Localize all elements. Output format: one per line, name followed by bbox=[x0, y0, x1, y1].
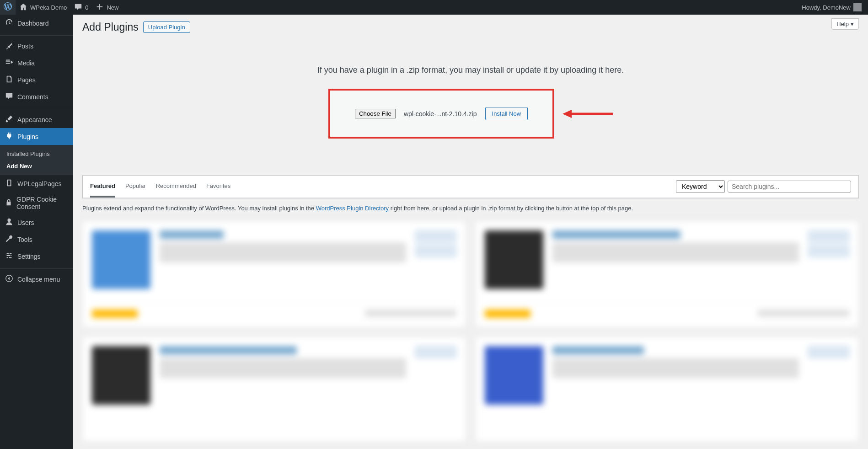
menu-wplegalpages[interactable]: WPLegalPages bbox=[0, 175, 73, 192]
dashboard-icon bbox=[5, 18, 14, 28]
collapse-icon bbox=[5, 274, 14, 284]
plus-icon bbox=[96, 3, 104, 12]
wp-logo-menu[interactable] bbox=[0, 0, 16, 15]
document-icon bbox=[5, 179, 14, 188]
plugin-card bbox=[475, 337, 859, 442]
menu-tools[interactable]: Tools bbox=[0, 231, 73, 248]
menu-media[interactable]: Media bbox=[0, 54, 73, 71]
menu-plugins[interactable]: Plugins bbox=[0, 128, 73, 145]
tab-popular[interactable]: Popular bbox=[125, 176, 146, 198]
settings-icon bbox=[5, 251, 14, 261]
install-now-button[interactable]: Install Now bbox=[485, 107, 528, 120]
submenu-installed-plugins[interactable]: Installed Plugins bbox=[0, 148, 73, 160]
filter-tabs: Featured Popular Recommended Favorites bbox=[90, 176, 230, 198]
admin-bar: WPeka Demo 0 New Howdy, DemoNew bbox=[0, 0, 868, 15]
plugin-card bbox=[82, 337, 466, 442]
help-tab[interactable]: Help ▾ bbox=[831, 18, 859, 30]
choose-file-button[interactable]: Choose File bbox=[355, 109, 396, 118]
upload-form: Choose File wpl-cookie-...nt-2.10.4.zip … bbox=[328, 89, 554, 139]
arrow-annotation bbox=[563, 108, 613, 119]
page-icon bbox=[5, 75, 14, 85]
plugin-card bbox=[475, 221, 859, 327]
selected-file-name: wpl-cookie-...nt-2.10.4.zip bbox=[404, 110, 477, 118]
new-content-link[interactable]: New bbox=[92, 0, 122, 15]
media-icon bbox=[5, 58, 14, 68]
site-name-link[interactable]: WPeka Demo bbox=[16, 0, 70, 15]
search-type-select[interactable]: Keyword bbox=[676, 180, 725, 193]
menu-appearance[interactable]: Appearance bbox=[0, 111, 73, 128]
page-title: Add Plugins bbox=[82, 21, 139, 33]
account-menu[interactable]: Howdy, DemoNew bbox=[802, 3, 864, 11]
plugin-grid-blurred bbox=[82, 221, 859, 442]
lock-icon bbox=[5, 198, 13, 208]
menu-dashboard[interactable]: Dashboard bbox=[0, 15, 73, 32]
upload-instructions: If you have a plugin in a .zip format, y… bbox=[82, 65, 859, 75]
howdy-text: Howdy, DemoNew bbox=[802, 4, 851, 11]
plugin-card bbox=[82, 221, 466, 327]
new-label: New bbox=[107, 4, 118, 11]
menu-gdpr[interactable]: GDPR Cookie Consent bbox=[0, 192, 73, 214]
brush-icon bbox=[5, 115, 14, 124]
home-icon bbox=[19, 3, 27, 12]
directory-text: Plugins extend and expand the functional… bbox=[82, 198, 859, 218]
search-input[interactable] bbox=[728, 181, 851, 192]
menu-users[interactable]: Users bbox=[0, 214, 73, 231]
wrench-icon bbox=[5, 235, 14, 244]
upload-plugin-button[interactable]: Upload Plugin bbox=[143, 21, 190, 33]
plugin-filter-panel: Featured Popular Recommended Favorites K… bbox=[82, 175, 859, 198]
site-name: WPeka Demo bbox=[30, 4, 67, 11]
comments-icon bbox=[5, 92, 14, 102]
plugin-card-icon bbox=[92, 230, 150, 289]
plugin-directory-link[interactable]: WordPress Plugin Directory bbox=[316, 205, 389, 212]
comments-count: 0 bbox=[85, 4, 88, 11]
admin-sidebar: Dashboard Posts Media Pages Comments App… bbox=[0, 15, 73, 449]
plugin-card-icon bbox=[485, 230, 543, 289]
plugin-card-icon bbox=[485, 346, 543, 405]
comment-icon bbox=[74, 3, 82, 12]
tab-featured[interactable]: Featured bbox=[90, 176, 115, 198]
avatar bbox=[853, 3, 862, 11]
wordpress-icon bbox=[4, 2, 12, 13]
menu-posts[interactable]: Posts bbox=[0, 37, 73, 54]
plugin-card-icon bbox=[92, 346, 150, 405]
plugins-submenu: Installed Plugins Add New bbox=[0, 145, 73, 175]
chevron-down-icon: ▾ bbox=[851, 21, 854, 27]
pin-icon bbox=[5, 41, 14, 51]
plugin-icon bbox=[5, 132, 14, 141]
menu-settings[interactable]: Settings bbox=[0, 248, 73, 265]
menu-comments[interactable]: Comments bbox=[0, 88, 73, 105]
tab-recommended[interactable]: Recommended bbox=[156, 176, 196, 198]
svg-marker-2 bbox=[563, 110, 572, 118]
menu-pages[interactable]: Pages bbox=[0, 71, 73, 88]
comments-link[interactable]: 0 bbox=[70, 0, 92, 15]
tab-favorites[interactable]: Favorites bbox=[206, 176, 230, 198]
content-area: Help ▾ Add Plugins Upload Plugin If you … bbox=[73, 15, 868, 449]
submenu-add-new[interactable]: Add New bbox=[0, 160, 73, 172]
user-icon bbox=[5, 218, 14, 227]
menu-collapse[interactable]: Collapse menu bbox=[0, 271, 73, 288]
